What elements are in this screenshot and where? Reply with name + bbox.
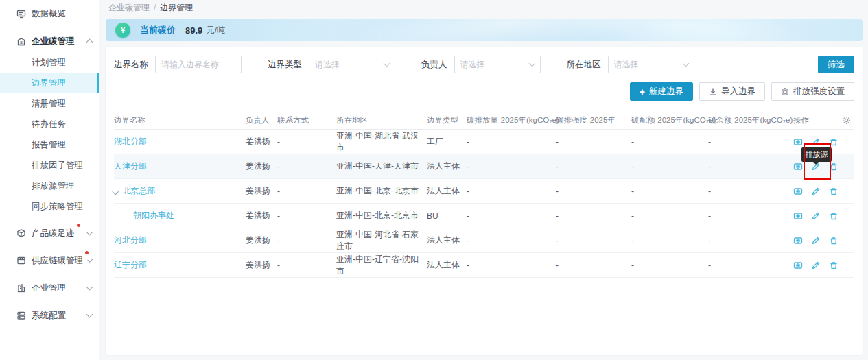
chevron-down-icon	[384, 60, 390, 67]
page-background-strip	[100, 355, 868, 360]
boundary-type-select[interactable]: 请选择	[309, 56, 395, 73]
breadcrumb-parent[interactable]: 企业碳管理	[108, 2, 150, 14]
carbon-management-icon	[16, 36, 26, 46]
delete-icon[interactable]	[829, 137, 838, 147]
breadcrumb-current: 边界管理	[160, 2, 193, 14]
emission-source-icon[interactable]	[793, 187, 803, 196]
sidebar-item-boundary-management[interactable]: 边界管理	[0, 73, 99, 93]
delete-icon[interactable]	[829, 211, 838, 221]
col-header-quota: 碳配额-2025年(kgCO₂e)	[631, 115, 708, 125]
import-boundary-button[interactable]: 导入边界	[699, 82, 765, 101]
tooltip-caret	[812, 161, 819, 165]
system-config-icon	[16, 311, 26, 320]
main-content: 企业碳管理 / 边界管理 ¥ 当前碳价 89.9 元/吨 边界名称 边界类型 请…	[100, 0, 868, 360]
table-row[interactable]: 河北分部 姜洪扬 - 亚洲-中国-河北省-石家庄市 法人主体 - - - -	[114, 228, 854, 253]
gear-icon	[781, 88, 789, 96]
sidebar-item-sync-strategy[interactable]: 同步策略管理	[0, 196, 99, 217]
sidebar-item-plan-management[interactable]: 计划管理	[0, 52, 99, 73]
delete-icon[interactable]	[829, 162, 838, 171]
emission-source-icon[interactable]	[793, 236, 803, 245]
boundary-link[interactable]: 北京总部	[123, 185, 156, 197]
region-label: 所在地区	[567, 59, 601, 71]
edit-icon[interactable]	[811, 211, 821, 221]
boundary-management-card: 边界名称 边界类型 请选择 负责人 请选择 所在地区 请	[106, 47, 863, 355]
new-boundary-button[interactable]: + 新建边界	[630, 82, 693, 101]
carbon-price-unit: 元/吨	[206, 25, 225, 36]
table-row[interactable]: 辽宁分部 姜洪扬 - 亚洲-中国-辽宁省-沈阳市 法人主体 - - - -	[114, 253, 854, 278]
emission-intensity-settings-button[interactable]: 排放强度设置	[771, 82, 854, 101]
edit-icon[interactable]	[811, 236, 821, 245]
building-icon	[16, 283, 26, 293]
emission-source-icon[interactable]	[793, 261, 803, 270]
chevron-down-icon	[86, 311, 93, 318]
tooltip-emission-source: 排放源	[801, 147, 832, 162]
carbon-price-label: 当前碳价	[140, 24, 176, 36]
delete-icon[interactable]	[829, 187, 838, 196]
sidebar-item-product-footprint[interactable]: 产品碳足迹	[0, 222, 99, 244]
edit-icon[interactable]	[811, 261, 821, 270]
filter-bar: 边界名称 边界类型 请选择 负责人 请选择 所在地区 请	[114, 56, 854, 73]
sidebar-item-enterprise-carbon[interactable]: 企业碳管理	[0, 30, 99, 52]
chevron-down-icon	[86, 229, 93, 236]
notification-dot	[85, 251, 89, 254]
sidebar-item-enterprise-admin[interactable]: 企业管理	[0, 277, 99, 299]
edit-icon[interactable]	[811, 187, 821, 196]
col-header-name: 边界名称	[114, 115, 246, 125]
sidebar-item-inventory-management[interactable]: 清册管理	[0, 93, 99, 114]
col-header-region: 所在地区	[336, 115, 427, 125]
carbon-price-value: 89.9	[185, 25, 202, 36]
boundary-table: 边界名称 负责人 联系方式 所在地区 边界类型 碳排放量-2025年(kgCO₂…	[114, 111, 854, 278]
col-header-intensity: 碳排强度-2025年	[556, 115, 631, 125]
boundary-link[interactable]: 河北分部	[114, 235, 147, 246]
boundary-name-input[interactable]	[155, 56, 242, 73]
breadcrumb: 企业碳管理 / 边界管理	[100, 0, 868, 15]
col-header-actions: 操作	[793, 115, 841, 125]
boundary-link[interactable]: 湖北分部	[114, 136, 147, 147]
column-settings-icon[interactable]	[841, 116, 855, 125]
col-header-owner: 负责人	[246, 115, 277, 125]
sidebar: 数据概览 企业碳管理 计划管理 边界管理 清册管理 待办任务 报告管理 排放因子…	[0, 0, 99, 360]
toolbar: + 新建边界 导入边界 排放强度设置	[114, 82, 854, 101]
table-row[interactable]: 朝阳办事处 姜洪扬 - 亚洲-中国-北京-北京市 BU - - - -	[114, 204, 854, 228]
sidebar-item-todo-tasks[interactable]: 待办任务	[0, 114, 99, 134]
boundary-link[interactable]: 天津分部	[114, 160, 147, 172]
sidebar-item-emission-source[interactable]: 排放源管理	[0, 176, 99, 196]
filter-button[interactable]: 筛选	[818, 56, 854, 73]
product-box-icon	[16, 228, 26, 238]
boundary-link[interactable]: 辽宁分部	[114, 259, 147, 271]
boundary-link[interactable]: 朝阳办事处	[133, 210, 174, 221]
emission-source-icon[interactable]	[793, 211, 803, 221]
delete-icon[interactable]	[829, 236, 838, 245]
edit-icon[interactable]	[811, 137, 821, 147]
boundary-name-label: 边界名称	[114, 59, 148, 71]
table-header-row: 边界名称 负责人 联系方式 所在地区 边界类型 碳排放量-2025年(kgCO₂…	[114, 111, 854, 130]
dashboard-icon	[16, 9, 26, 19]
col-header-type: 边界类型	[427, 115, 467, 125]
emission-source-icon[interactable]	[793, 162, 803, 171]
owner-label: 负责人	[421, 59, 447, 71]
sidebar-item-report-management[interactable]: 报告管理	[0, 134, 99, 155]
owner-select[interactable]: 请选择	[454, 56, 541, 73]
table-row[interactable]: 湖北分部 姜洪扬 - 亚洲-中国-湖北省-武汉市 工厂 - - - -	[114, 130, 854, 154]
col-header-balance: 碳余额-2025年(kgCO₂e)	[708, 115, 793, 125]
sidebar-item-label: 企业碳管理	[32, 36, 87, 47]
import-icon	[709, 88, 717, 96]
sidebar-item-system-config[interactable]: 系统配置	[0, 304, 99, 326]
sidebar-item-emission-factor[interactable]: 排放因子管理	[0, 155, 99, 176]
chevron-up-icon	[86, 39, 93, 46]
expand-chevron-icon[interactable]	[113, 187, 118, 196]
region-select[interactable]: 请选择	[608, 56, 694, 73]
emission-source-icon[interactable]	[793, 137, 803, 147]
supply-chain-icon	[16, 256, 26, 265]
chevron-down-icon	[528, 60, 535, 67]
sidebar-item-label: 数据概览	[32, 8, 92, 20]
delete-icon[interactable]	[829, 261, 838, 270]
sidebar-item-data-overview[interactable]: 数据概览	[0, 3, 99, 25]
chevron-down-icon	[682, 60, 689, 67]
sidebar-item-supply-chain[interactable]: 供应链碳管理	[0, 250, 99, 272]
yen-circle-icon: ¥	[115, 23, 130, 38]
table-row[interactable]: 天津分部 姜洪扬 - 亚洲-中国-天津-天津市 法人主体 - - - - 排放源	[114, 154, 854, 179]
table-row[interactable]: 北京总部 姜洪扬 - 亚洲-中国-北京-北京市 法人主体 - - - -	[114, 179, 854, 204]
notification-dot	[77, 224, 80, 227]
carbon-price-banner: ¥ 当前碳价 89.9 元/吨	[106, 19, 863, 41]
